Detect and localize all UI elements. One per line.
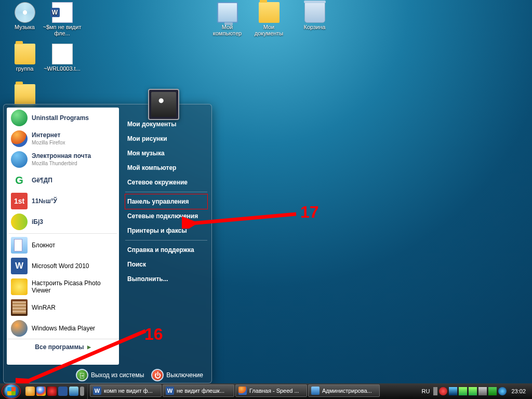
- annotation-16: 16: [144, 325, 163, 344]
- label: 11№ш°Ў: [32, 197, 57, 205]
- icon-label: Мой компьютер: [213, 24, 242, 36]
- sm-mail[interactable]: Электронная почтаMozilla Thunderbird: [7, 149, 119, 170]
- task-label: комп не видит ф...: [104, 388, 153, 394]
- smr-netplaces[interactable]: Сетевое окружение: [125, 175, 207, 190]
- sm-winrar[interactable]: WinRAR: [7, 297, 119, 318]
- ql-desktop-icon[interactable]: [69, 387, 78, 396]
- notepad-icon: [11, 237, 28, 254]
- task-label: Главная - Speed ...: [249, 388, 299, 394]
- start-button[interactable]: [2, 384, 21, 398]
- sm-ibj[interactable]: іБј3: [7, 211, 119, 232]
- desktop-icon-folder3[interactable]: [5, 84, 44, 106]
- desktop-icon-wrl[interactable]: ~WRL0003.t...: [43, 44, 82, 72]
- task-word2[interactable]: Wне видит флешк...: [163, 384, 234, 397]
- sm-wmp[interactable]: Windows Media Player: [7, 318, 119, 339]
- tray-icon[interactable]: [488, 387, 497, 395]
- desktop[interactable]: Музыка ~$мп не видит фле... Мой компьюте…: [0, 0, 532, 399]
- all-programs[interactable]: Все программы: [7, 339, 119, 355]
- picasa-icon: [11, 278, 28, 295]
- firefox-icon: [238, 387, 247, 395]
- ql-chevron-icon[interactable]: [80, 387, 84, 396]
- label: Windows Media Player: [32, 325, 95, 332]
- sm-g[interactable]: GGё¶ДП: [7, 170, 119, 191]
- thunderbird-icon: [11, 151, 28, 168]
- tray-chevron-icon[interactable]: [433, 387, 437, 395]
- folder-icon: [15, 84, 35, 105]
- separator: [9, 233, 117, 234]
- smr-run[interactable]: Выполнить...: [125, 272, 207, 286]
- tray-icon[interactable]: [459, 387, 467, 395]
- start-menu-left-pane: Uninstall Programs ИнтернетMozilla Firef…: [7, 108, 119, 365]
- windows-orb-icon: [5, 384, 18, 398]
- icon-label: Музыка: [15, 24, 35, 30]
- label: WinRAR: [32, 304, 56, 311]
- desktop-icon-smp[interactable]: ~$мп не видит фле...: [43, 2, 82, 36]
- smr-mycomp[interactable]: Мой компьютер: [125, 161, 207, 175]
- system-tray: RU 23:02: [417, 387, 532, 395]
- logoff-icon: ⍈: [76, 369, 88, 381]
- task-firefox[interactable]: Главная - Speed ...: [235, 384, 307, 397]
- separator: [125, 192, 207, 192]
- annotation-17: 17: [300, 203, 319, 222]
- language-indicator[interactable]: RU: [420, 388, 432, 394]
- firefox-icon: [11, 130, 28, 147]
- label: Выключение: [166, 371, 203, 379]
- wmp-icon: [11, 320, 28, 337]
- tray-volume-icon[interactable]: [478, 387, 487, 395]
- sm-1st[interactable]: 1st11№ш°Ў: [7, 191, 119, 211]
- smr-printers[interactable]: Принтеры и факсы: [125, 223, 207, 238]
- icon-label: Мои документы: [255, 24, 284, 36]
- ql-chrome-icon[interactable]: [36, 387, 46, 396]
- label: Microsoft Word 2010: [32, 262, 89, 270]
- desktop-icon-recyclebin[interactable]: Корзина: [295, 2, 334, 30]
- user-avatar[interactable]: [148, 89, 179, 120]
- word-doc-icon: [52, 2, 73, 23]
- sm-word[interactable]: WMicrosoft Word 2010: [7, 256, 119, 276]
- smr-control-panel[interactable]: Панель управления: [125, 194, 208, 209]
- sm-internet[interactable]: ИнтернетMozilla Firefox: [7, 128, 119, 149]
- label: Блокнот: [32, 242, 55, 249]
- quick-launch: [22, 383, 88, 399]
- shutdown-button[interactable]: ⏻Выключение: [149, 368, 205, 382]
- label: Uninstall Programs: [32, 114, 89, 122]
- computer-icon: [217, 2, 238, 23]
- separator: [125, 240, 207, 241]
- file-icon: [52, 44, 73, 64]
- task-word1[interactable]: Wкомп не видит ф...: [90, 384, 162, 397]
- desktop-icon-mycomputer[interactable]: Мой компьютер: [208, 2, 247, 36]
- folder-icon: [15, 44, 35, 64]
- desktop-icon-group[interactable]: группа: [5, 44, 44, 72]
- tray-icon[interactable]: [439, 387, 447, 395]
- smr-mymusic[interactable]: Моя музыка: [125, 146, 207, 161]
- word-icon: W: [93, 387, 101, 395]
- first-icon: 1st: [11, 193, 28, 209]
- ql-opera-icon[interactable]: [47, 387, 57, 396]
- ql-save-icon[interactable]: [58, 387, 68, 396]
- smr-help[interactable]: Справка и поддержка: [125, 243, 207, 257]
- smr-netconn[interactable]: Сетевые подключения: [125, 209, 207, 223]
- tray-icon[interactable]: [469, 387, 477, 395]
- uninstall-icon: [11, 110, 28, 126]
- winrar-icon: [11, 299, 28, 316]
- sm-picasa[interactable]: Настроить Picasa Photo Viewer: [7, 276, 119, 297]
- icon-label: ~WRL0003.t...: [44, 65, 81, 72]
- desktop-icon-mydocs[interactable]: Мои документы: [249, 2, 288, 36]
- sm-uninstall[interactable]: Uninstall Programs: [7, 108, 119, 128]
- ql-firefox-icon[interactable]: [25, 387, 35, 396]
- icon-label: Корзина: [304, 24, 326, 30]
- start-menu-right-pane: Мои документы Мои рисунки Моя музыка Мой…: [119, 108, 207, 360]
- smr-mypics[interactable]: Мои рисунки: [125, 131, 207, 146]
- word-icon: W: [11, 258, 28, 274]
- smr-search[interactable]: Поиск: [125, 257, 207, 272]
- label: Электронная почта: [32, 152, 91, 159]
- tray-icon[interactable]: [449, 387, 457, 395]
- task-admin[interactable]: Администрирова...: [308, 384, 380, 397]
- sublabel: Mozilla Thunderbird: [32, 161, 77, 166]
- tray-info-icon[interactable]: [498, 387, 507, 395]
- sm-notepad[interactable]: Блокнот: [7, 235, 119, 256]
- clock[interactable]: 23:02: [508, 388, 529, 394]
- recycle-bin-icon: [304, 2, 325, 23]
- label: іБј3: [32, 218, 43, 225]
- logoff-button[interactable]: ⍈Выход из системы: [74, 368, 146, 382]
- desktop-icon-music[interactable]: Музыка: [5, 2, 44, 30]
